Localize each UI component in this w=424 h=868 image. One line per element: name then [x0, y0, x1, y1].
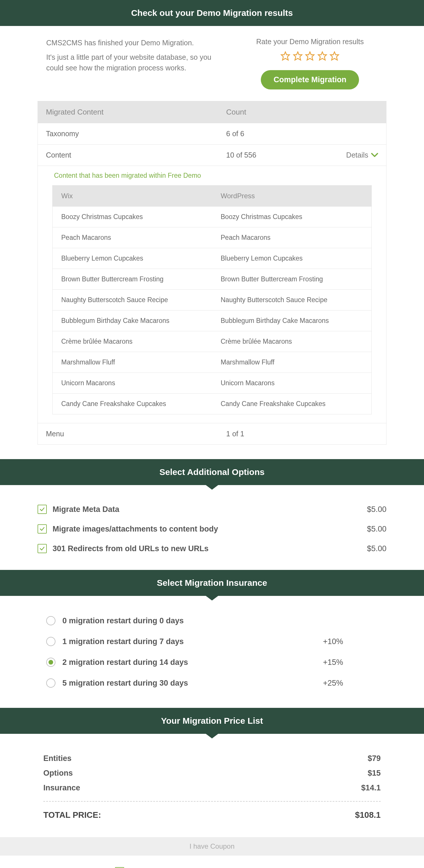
cell-wordpress: Bubblegum Birthday Cake Macarons: [212, 310, 371, 331]
insurance-row: 2 migration restart during 14 days+15%: [46, 652, 378, 673]
cell-wordpress: Naughty Butterscotch Sauce Recipe: [212, 290, 371, 310]
price-list: Entities$79Options$15Insurance$14.1 TOTA…: [0, 734, 424, 837]
cell-count: 10 of 556 Details: [218, 145, 386, 166]
insurance-radio[interactable]: [46, 616, 55, 625]
cell-wix: Marshmallow Fluff: [53, 352, 212, 373]
insurance-row: 5 migration restart during 30 days+25%: [46, 673, 378, 693]
section-header-price: Your Migration Price List: [0, 708, 424, 734]
cell-wix: Brown Butter Buttercream Frosting: [53, 269, 212, 289]
star-icon[interactable]: [280, 51, 290, 61]
coupon-label: I have Coupon: [190, 842, 234, 850]
insurance-price: +25%: [323, 679, 343, 688]
section-header-options: Select Additional Options: [0, 459, 424, 485]
option-row: Migrate images/attachments to content bo…: [37, 519, 387, 539]
header-title: Check out your Demo Migration results: [131, 8, 293, 18]
content-details: Content that has been migrated within Fr…: [38, 166, 386, 423]
price-row: Options$15: [43, 766, 381, 781]
option-checkbox[interactable]: [37, 505, 47, 514]
price-value: $14.1: [361, 783, 381, 793]
star-icon[interactable]: [330, 51, 339, 61]
cell-wix: Boozy Christmas Cupcakes: [53, 207, 212, 227]
inner-row: Blueberry Lemon CupcakesBlueberry Lemon …: [53, 248, 371, 269]
inner-head: Wix WordPress: [53, 186, 371, 206]
cell-wix: Blueberry Lemon Cupcakes: [53, 248, 212, 269]
cell-wix: Crème brûlée Macarons: [53, 331, 212, 352]
header-title: Select Additional Options: [160, 467, 264, 477]
option-label: Migrate Meta Data: [53, 505, 367, 514]
demo-text-2: It's just a little part of your website …: [46, 52, 216, 73]
rate-title: Rate your Demo Migration results: [233, 37, 387, 46]
table-row: Menu 1 of 1: [38, 423, 386, 444]
section-header-results: Check out your Demo Migration results: [0, 0, 424, 26]
insurance-radio[interactable]: [46, 658, 55, 667]
star-rating[interactable]: [233, 51, 387, 62]
demo-description: CMS2CMS has finished your Demo Migration…: [46, 37, 216, 89]
total-row: TOTAL PRICE: $108.1: [43, 807, 381, 829]
star-icon[interactable]: [305, 51, 315, 61]
cell-wordpress: Blueberry Lemon Cupcakes: [212, 248, 371, 269]
rate-block: Rate your Demo Migration results Complet…: [233, 37, 387, 89]
cell-wordpress: Unicorn Macarons: [212, 373, 371, 393]
inner-row: Boozy Christmas CupcakesBoozy Christmas …: [53, 206, 371, 227]
details-label: Details: [346, 151, 368, 159]
table-head: Migrated Content Count: [38, 101, 386, 123]
check-icon: [39, 526, 45, 532]
bottom-block: Start migration automatically after the …: [0, 856, 424, 868]
col-migrated: Migrated Content: [38, 101, 218, 123]
results-top: CMS2CMS has finished your Demo Migration…: [0, 26, 424, 101]
svg-marker-4: [331, 52, 339, 60]
check-icon: [39, 546, 45, 552]
inner-row: Brown Butter Buttercream FrostingBrown B…: [53, 269, 371, 289]
star-icon[interactable]: [293, 51, 303, 61]
svg-marker-2: [306, 52, 314, 60]
price-value: $79: [368, 754, 381, 763]
total-label: TOTAL PRICE:: [43, 810, 101, 820]
cell-wordpress: Peach Macarons: [212, 227, 371, 248]
price-value: $15: [368, 769, 381, 778]
cell-count: 1 of 1: [218, 423, 386, 444]
insurance-block: 0 migration restart during 0 days1 migra…: [0, 596, 424, 708]
inner-row: Bubblegum Birthday Cake MacaronsBubblegu…: [53, 310, 371, 331]
price-row: Entities$79: [43, 751, 381, 766]
cell-wix: Unicorn Macarons: [53, 373, 212, 393]
cell-wix: Candy Cane Freakshake Cupcakes: [53, 394, 212, 414]
cell-wix: Peach Macarons: [53, 227, 212, 248]
insurance-radio[interactable]: [46, 637, 55, 646]
col-wix: Wix: [53, 186, 212, 206]
inner-row: Unicorn MacaronsUnicorn Macarons: [53, 373, 371, 393]
svg-marker-0: [281, 52, 289, 60]
option-label: 301 Redirects from old URLs to new URLs: [53, 544, 367, 553]
chevron-down-icon: [371, 151, 378, 159]
total-value: $108.1: [355, 810, 381, 820]
details-toggle[interactable]: Details: [346, 151, 378, 159]
cell-label: Menu: [38, 423, 218, 444]
inner-row: Naughty Butterscotch Sauce RecipeNaughty…: [53, 289, 371, 310]
option-label: Migrate images/attachments to content bo…: [53, 525, 367, 533]
option-checkbox[interactable]: [37, 544, 47, 553]
svg-marker-1: [294, 52, 302, 60]
cell-wix: Naughty Butterscotch Sauce Recipe: [53, 290, 212, 310]
cell-label: Content: [38, 145, 218, 166]
col-wordpress: WordPress: [212, 186, 371, 206]
divider: [43, 801, 381, 802]
cell-wordpress: Crème brûlée Macarons: [212, 331, 371, 352]
check-icon: [39, 506, 45, 512]
options-block: Migrate Meta Data$5.00Migrate images/att…: [0, 485, 424, 570]
insurance-label: 5 migration restart during 30 days: [62, 679, 323, 688]
demo-text-1: CMS2CMS has finished your Demo Migration…: [46, 37, 216, 49]
star-icon[interactable]: [317, 51, 327, 61]
insurance-radio[interactable]: [46, 678, 55, 688]
coupon-toggle[interactable]: I have Coupon: [0, 837, 424, 856]
option-checkbox[interactable]: [37, 524, 47, 533]
insurance-label: 0 migration restart during 0 days: [62, 616, 343, 625]
insurance-label: 1 migration restart during 7 days: [62, 637, 323, 646]
migrated-content-table: Migrated Content Count Taxonomy 6 of 6 C…: [37, 101, 387, 445]
insurance-price: +10%: [323, 637, 343, 646]
header-title: Select Migration Insurance: [157, 578, 267, 588]
header-title: Your Migration Price List: [161, 716, 263, 725]
inner-row: Peach MacaronsPeach Macarons: [53, 227, 371, 248]
cell-wordpress: Brown Butter Buttercream Frosting: [212, 269, 371, 289]
option-price: $5.00: [367, 505, 387, 514]
complete-migration-button[interactable]: Complete Migration: [261, 70, 359, 89]
insurance-price: +15%: [323, 658, 343, 667]
